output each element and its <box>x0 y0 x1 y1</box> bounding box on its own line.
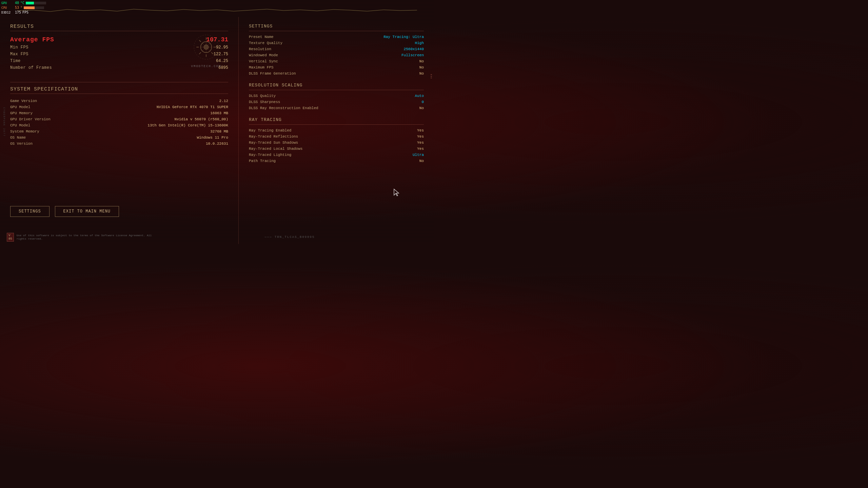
resolution-scaling-header: Resolution Scaling <box>249 83 424 88</box>
version-text: Use of this software is subject to the t… <box>17 234 152 241</box>
cpu-model-label: CPU Model <box>10 123 30 127</box>
rt-enabled-value: Yes <box>417 128 424 133</box>
rt-lighting-value: Ultra <box>413 153 424 157</box>
rt-local-shadows-value: Yes <box>417 147 424 151</box>
rt-local-shadows-label: Ray-Traced Local Shadows <box>249 147 302 151</box>
system-memory-label: System Memory <box>10 129 39 134</box>
gpu-memory-label: GPU Memory <box>10 111 33 115</box>
max-fps-row: Maximum FPS No <box>249 64 424 70</box>
dlss-quality-label: DLSS Quality <box>249 94 276 98</box>
system-memory-value: 32768 MB <box>210 129 228 134</box>
ray-tracing-header: Ray Tracing <box>249 117 424 122</box>
ray-tracing-section: Ray Tracing Ray Tracing Enabled Yes Ray-… <box>249 117 424 164</box>
max-fps-label: Max FPS <box>10 52 28 57</box>
dlss-ray-recon-label: DLSS Ray Reconstruction Enabled <box>249 106 318 110</box>
texture-quality-label: Texture Quality <box>249 41 282 45</box>
os-version-row: OS Version 10.0.22631 <box>10 141 228 147</box>
results-section: Results <box>10 24 228 71</box>
hud-d3d-unit: FPS <box>22 10 28 15</box>
time-label: Time <box>10 59 21 63</box>
dlss-quality-row: DLSS Quality Auto <box>249 93 424 99</box>
settings-button[interactable]: Settings <box>10 206 50 217</box>
game-version-value: 2.12 <box>219 99 228 103</box>
os-name-value: Windows 11 Pro <box>197 136 228 140</box>
windowed-mode-row: Windowed Mode Fullscreen <box>249 52 424 58</box>
os-version-value: 10.0.22631 <box>206 142 228 146</box>
path-tracing-value: No <box>419 159 424 163</box>
version-box: V85 <box>7 233 14 242</box>
cpu-model-row: CPU Model 13th Gen Intel(R) Core(TM) i5-… <box>10 122 228 128</box>
bottom-center-text: ——— TRN_TLCAS_B09095 <box>264 236 315 239</box>
max-fps-settings-label: Maximum FPS <box>249 65 274 69</box>
hud-d3d-value: 175 <box>15 10 21 15</box>
resolution-row: Resolution 868x488 <box>249 46 424 52</box>
right-panel: Settings Preset Name Ray Tracing: Ultra … <box>239 17 434 244</box>
right-edge-decoration <box>431 73 433 79</box>
hud-cpu-bar <box>24 6 44 9</box>
gpu-model-row: GPU Model NVIDIA GeForce RTX 4070 Ti SUP… <box>10 104 228 110</box>
gpu-model-label: GPU Model <box>10 105 30 109</box>
vsync-row: Vertical Sync No <box>249 58 424 64</box>
svg-line-9 <box>199 52 201 54</box>
path-tracing-label: Path Tracing <box>249 159 276 163</box>
right-edge-mark-2 <box>431 76 432 77</box>
system-spec-header: System Specification <box>10 86 228 94</box>
hud-cpu-label: CPU <box>1 6 14 10</box>
gpu-driver-label: GPU Driver Version <box>10 117 51 121</box>
gpu-memory-value: 16063 MB <box>210 111 228 115</box>
rt-lighting-label: Ray-Traced Lighting <box>249 153 291 157</box>
cursor-indicator <box>393 188 400 197</box>
svg-point-1 <box>204 45 209 49</box>
dlss-frame-gen-label: DLSS Frame Generation <box>249 72 296 76</box>
resolution-value: 868x488 <box>404 47 424 51</box>
game-version-label: Game Version <box>10 99 37 103</box>
os-version-label: OS Version <box>10 142 33 146</box>
left-edge-decoration: CYBERPUNK 2077 <box>3 107 5 137</box>
rt-sun-shadows-row: Ray-Traced Sun Shadows Yes <box>249 140 424 146</box>
min-fps-label: Min FPS <box>10 45 28 50</box>
rt-enabled-label: Ray Tracing Enabled <box>249 128 291 133</box>
svg-marker-19 <box>394 189 399 196</box>
texture-quality-value: High <box>415 41 424 45</box>
gpu-driver-value: Nvidia v 56070 (r560_00) <box>175 117 228 121</box>
rt-sun-shadows-label: Ray-Traced Sun Shadows <box>249 141 298 145</box>
dlss-sharpness-value: 0 <box>421 100 424 104</box>
max-fps-settings-value: No <box>419 65 424 69</box>
gpu-memory-row: GPU Memory 16063 MB <box>10 110 228 116</box>
bottom-bar: V85 Use of this software is subject to t… <box>0 230 434 244</box>
preset-name-row: Preset Name Ray Tracing: Ultra <box>249 34 424 40</box>
vsync-label: Vertical Sync <box>249 59 278 63</box>
dlss-sharpness-label: DLSS Sharpness <box>249 100 280 104</box>
hud-gpu-bar <box>26 2 46 4</box>
hud-gpu-unit: °C <box>20 1 24 5</box>
svg-line-6 <box>199 40 201 42</box>
fps-chart <box>17 7 417 14</box>
hud-gpu-bar-fill <box>26 2 34 4</box>
path-tracing-row: Path Tracing No <box>249 158 424 164</box>
settings-divider-2 <box>249 90 424 90</box>
gpu-model-value: NVIDIA GeForce RTX 4070 Ti SUPER <box>157 105 228 109</box>
preset-name-label: Preset Name <box>249 35 274 39</box>
settings-divider-3 <box>249 124 424 125</box>
frames-label: Number of Frames <box>10 65 52 70</box>
dlss-ray-recon-value: No <box>419 106 424 110</box>
hud-cpu-unit: ° <box>20 5 22 10</box>
hud-cpu-bar-fill <box>24 6 35 9</box>
hud-overlay: GPU 40 °C CPU 53 ° D3D12 175 FPS <box>1 1 46 15</box>
cpu-model-value: 13th Gen Intel(R) Core(TM) i5-13600K <box>147 123 228 127</box>
results-header: Results <box>10 24 228 31</box>
logo-area: VMODTECH.COM <box>191 32 221 68</box>
vsync-value: No <box>419 59 424 63</box>
game-version-row: Game Version 2.12 <box>10 98 228 104</box>
exit-to-main-menu-button[interactable]: Exit to Main Menu <box>55 206 119 217</box>
svg-line-8 <box>211 40 213 42</box>
dlss-sharpness-row: DLSS Sharpness 0 <box>249 99 424 105</box>
button-row: Settings Exit to Main Menu <box>0 199 129 224</box>
right-edge-mark-3 <box>431 78 432 78</box>
avg-fps-label: Average FPS <box>10 36 54 43</box>
hud-gpu-value: 40 <box>15 1 19 5</box>
right-edge-mark-1 <box>431 74 432 75</box>
rt-reflections-label: Ray-Traced Reflections <box>249 135 298 139</box>
dlss-quality-value: Auto <box>415 94 424 98</box>
system-memory-row: System Memory 32768 MB <box>10 128 228 135</box>
